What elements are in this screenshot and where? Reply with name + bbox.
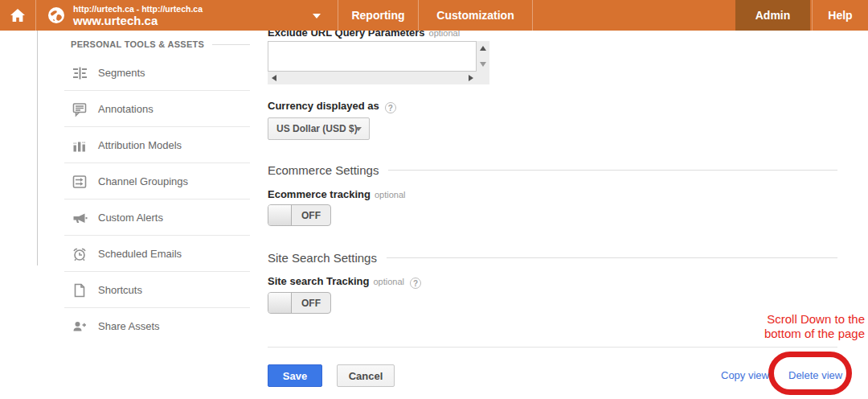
sidebar-item-label: Segments: [98, 67, 145, 79]
custom-alerts-icon: [71, 210, 88, 226]
tab-customization[interactable]: Customization: [419, 0, 533, 31]
sidebar-item-share-assets[interactable]: Share Assets: [38, 308, 250, 344]
optional-tag: optional: [373, 277, 404, 286]
divider: [268, 347, 837, 348]
exclude-params-textarea-widget: [268, 41, 489, 84]
save-button[interactable]: Save: [268, 364, 322, 387]
site-search-tracking-toggle[interactable]: OFF: [268, 292, 331, 314]
ecommerce-settings-heading: Ecommerce Settings: [268, 163, 837, 177]
annotations-icon: [71, 101, 88, 117]
help-icon[interactable]: [385, 102, 396, 113]
sidebar-item-label: Custom Alerts: [98, 212, 163, 224]
optional-tag: optional: [375, 190, 406, 200]
heading-rule: [387, 257, 837, 258]
chevron-down-icon: [313, 14, 321, 19]
currency-selected-value: US Dollar (USD $): [276, 123, 358, 134]
globe-icon: [47, 6, 65, 24]
sidebar-item-label: Scheduled Emails: [98, 248, 182, 260]
help-icon[interactable]: [410, 278, 421, 289]
sidebar-item-label: Attribution Models: [98, 139, 182, 151]
segments-icon: [71, 65, 88, 81]
delete-view-link[interactable]: Delete view: [788, 369, 842, 381]
scroll-down-icon[interactable]: [480, 62, 486, 67]
toggle-state-label: OFF: [292, 205, 330, 225]
currency-label: Currency displayed as: [268, 100, 396, 113]
currency-dropdown[interactable]: US Dollar (USD $): [268, 117, 370, 140]
sidebar-item-segments[interactable]: Segments: [38, 55, 250, 91]
tab-help[interactable]: Help: [812, 0, 868, 31]
account-path: http://urtech.ca - http://urtech.ca: [73, 4, 203, 14]
home-icon: [10, 8, 26, 23]
sidebar-item-label: Share Assets: [98, 320, 160, 332]
tab-admin[interactable]: Admin: [735, 0, 810, 31]
sidebar-item-annotations[interactable]: Annotations: [38, 91, 250, 127]
scroll-up-icon[interactable]: [480, 46, 486, 51]
sidebar-item-shortcuts[interactable]: Shortcuts: [38, 272, 250, 308]
exclude-params-textarea[interactable]: [268, 41, 477, 72]
heading-rule: [388, 170, 837, 171]
sidebar-section-header: PERSONAL TOOLS & ASSETS: [38, 34, 250, 55]
red-annotation-text: Scroll Down to the bottom of the page: [764, 312, 865, 341]
chevron-down-icon: [355, 127, 362, 131]
sidebar-item-label: Annotations: [98, 103, 154, 115]
home-button[interactable]: [0, 0, 36, 31]
sidebar-item-scheduled-emails[interactable]: Scheduled Emails: [38, 236, 250, 272]
sidebar-item-channel-groupings[interactable]: Channel Groupings: [38, 163, 250, 200]
share-assets-icon: [71, 319, 88, 335]
analytics-admin-page: Exclude URL Query Parametersoptional Cur…: [0, 0, 868, 399]
scroll-right-icon[interactable]: [469, 75, 473, 81]
scheduled-emails-icon: [71, 246, 88, 262]
toggle-knob: [268, 293, 292, 313]
toggle-state-label: OFF: [292, 293, 330, 313]
attribution-models-icon: [71, 138, 88, 154]
account-selector[interactable]: http://urtech.ca - http://urtech.ca www.…: [37, 0, 338, 31]
section-rule: [212, 44, 250, 45]
sidebar: PERSONAL TOOLS & ASSETS Segments: [38, 31, 250, 344]
toggle-knob: [268, 205, 292, 225]
account-name: www.urtech.ca: [73, 14, 203, 27]
ecommerce-tracking-label: Ecommerce trackingoptional: [268, 188, 405, 200]
shortcuts-icon: [71, 282, 88, 298]
sidebar-item-label: Shortcuts: [98, 284, 142, 296]
channel-groupings-icon: [71, 174, 88, 190]
account-text: http://urtech.ca - http://urtech.ca www.…: [73, 4, 203, 27]
scroll-left-icon[interactable]: [272, 75, 276, 81]
top-nav-bar: http://urtech.ca - http://urtech.ca www.…: [0, 0, 868, 31]
sidebar-item-custom-alerts[interactable]: Custom Alerts: [38, 200, 250, 236]
tab-reporting[interactable]: Reporting: [338, 0, 419, 31]
sidebar-item-attribution-models[interactable]: Attribution Models: [38, 127, 250, 163]
sidebar-item-label: Channel Groupings: [98, 175, 188, 187]
copy-view-link[interactable]: Copy view: [721, 369, 769, 381]
site-search-tracking-label: Site search Trackingoptional: [268, 275, 421, 289]
site-search-settings-heading: Site Search Settings: [268, 251, 837, 265]
ecommerce-tracking-toggle[interactable]: OFF: [268, 204, 331, 226]
cancel-button[interactable]: Cancel: [337, 364, 395, 387]
